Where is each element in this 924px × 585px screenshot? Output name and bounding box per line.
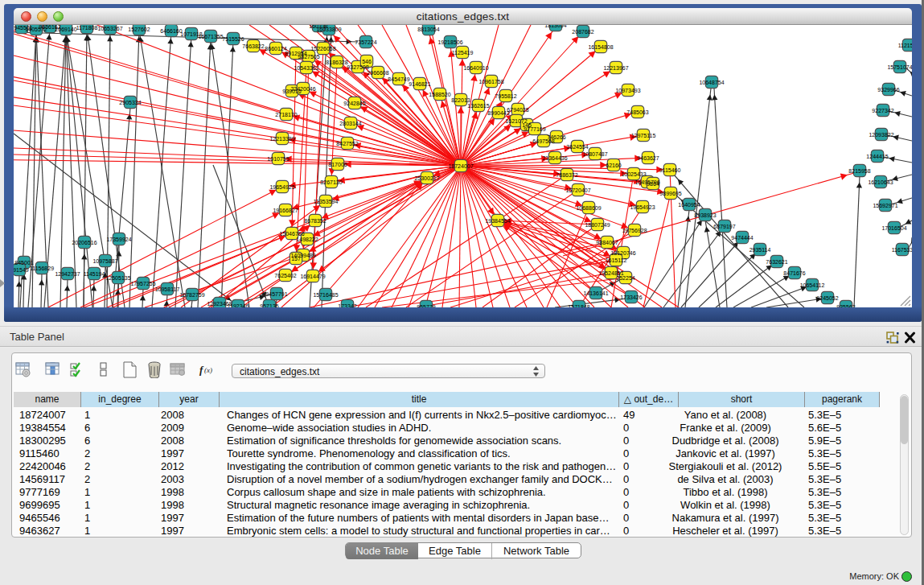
svg-text:1244415: 1244415: [866, 154, 888, 159]
svg-text:62160: 62160: [606, 163, 622, 168]
svg-text:8267130: 8267130: [320, 179, 342, 185]
svg-text:6466160: 6466160: [160, 28, 182, 34]
svg-text:7886372: 7886372: [556, 172, 577, 178]
svg-text:19654925: 19654925: [269, 184, 294, 190]
svg-text:11353594: 11353594: [314, 199, 339, 204]
svg-text:15226058: 15226058: [310, 46, 335, 51]
svg-text:7632621: 7632621: [766, 259, 787, 265]
svg-text:12975115: 12975115: [631, 133, 656, 138]
svg-text:17957255: 17957255: [130, 281, 155, 286]
svg-text:845001: 845001: [14, 260, 33, 266]
svg-text:6497568: 6497568: [532, 138, 554, 144]
svg-text:15751074: 15751074: [887, 64, 912, 70]
svg-text:9146821: 9146821: [409, 81, 430, 87]
svg-text:3624554: 3624554: [566, 144, 588, 150]
svg-text:14136141: 14136141: [583, 290, 608, 296]
svg-text:10807487: 10807487: [582, 151, 607, 157]
svg-text:546: 546: [362, 59, 372, 64]
svg-text:9227342: 9227342: [872, 108, 893, 113]
svg-text:1640954: 1640954: [678, 202, 700, 208]
svg-text:8215958: 8215958: [848, 168, 870, 174]
svg-text:8660124: 8660124: [265, 46, 286, 51]
svg-text:22420046: 22420046: [290, 86, 315, 92]
svg-text:17016504: 17016504: [881, 225, 906, 231]
svg-text:19756928: 19756928: [622, 228, 647, 233]
svg-text:9463627: 9463627: [637, 155, 659, 161]
svg-text:1145194: 1145194: [84, 271, 105, 277]
svg-text:9329966: 9329966: [877, 87, 899, 93]
svg-text:9115460: 9115460: [659, 167, 681, 173]
svg-text:10543362: 10543362: [294, 65, 318, 71]
svg-text:8454749: 8454749: [388, 76, 409, 82]
svg-text:12213967: 12213967: [603, 65, 628, 71]
svg-text:18807249: 18807249: [585, 222, 610, 228]
svg-text:11156829: 11156829: [30, 266, 54, 271]
svg-text:6879197: 6879197: [713, 224, 735, 229]
svg-text:10654112: 10654112: [800, 282, 825, 288]
svg-text:957135: 957135: [260, 303, 278, 308]
svg-text:9242845: 9242845: [343, 101, 365, 106]
svg-text:16640910: 16640910: [463, 65, 488, 71]
svg-text:9777169: 9777169: [524, 126, 545, 132]
svg-text:173342: 173342: [338, 303, 356, 308]
svg-text:15046766: 15046766: [279, 231, 304, 237]
svg-text:1125419: 1125419: [452, 50, 474, 56]
svg-text:1733426: 1733426: [620, 295, 642, 300]
svg-text:9245052: 9245052: [816, 295, 838, 301]
svg-text:7955812: 7955812: [495, 93, 516, 99]
svg-text:16671355: 16671355: [198, 34, 223, 39]
svg-text:10961758: 10961758: [478, 79, 503, 84]
svg-text:2803144: 2803144: [339, 121, 361, 126]
svg-text:10653267: 10653267: [97, 26, 122, 31]
svg-text:935562: 935562: [836, 304, 855, 308]
svg-text:7485063: 7485063: [626, 109, 648, 115]
svg-text:2087682: 2087682: [572, 29, 593, 35]
svg-text:10688609: 10688609: [576, 205, 601, 211]
svg-text:9327505: 9327505: [298, 54, 319, 60]
svg-text:822013: 822013: [451, 97, 470, 103]
svg-text:19384554: 19384554: [485, 218, 510, 224]
svg-text:19218506: 19218506: [437, 39, 462, 45]
svg-text:9457791: 9457791: [265, 291, 287, 297]
svg-text:8471676: 8471676: [783, 270, 805, 276]
svg-text:1571848: 1571848: [568, 304, 589, 308]
svg-text:21364436: 21364436: [542, 155, 567, 161]
svg-text:10958117: 10958117: [155, 286, 180, 292]
svg-text:955779: 955779: [417, 304, 435, 308]
svg-text:1588520: 1588520: [429, 92, 450, 97]
svg-text:18724007: 18724007: [448, 163, 473, 169]
svg-text:12213389: 12213389: [269, 136, 294, 142]
svg-text:1121535: 1121535: [898, 43, 912, 48]
svg-text:9327508: 9327508: [347, 64, 368, 70]
svg-text:252254: 252254: [616, 275, 634, 281]
svg-text:17359924: 17359924: [106, 237, 131, 242]
svg-text:7663822: 7663822: [242, 43, 264, 49]
svg-text:16782759: 16782759: [179, 292, 204, 298]
svg-text:10648754: 10648754: [699, 80, 724, 85]
svg-text:8186328: 8186328: [326, 60, 347, 65]
svg-text:20206516: 20206516: [72, 240, 97, 245]
svg-text:1527602: 1527602: [128, 27, 150, 32]
svg-text:16914479: 16914479: [300, 274, 325, 279]
svg-text:7625402: 7625402: [274, 273, 296, 278]
svg-text:7515526: 7515526: [222, 36, 244, 42]
svg-text:10025433: 10025433: [621, 171, 646, 177]
svg-text:19166827: 19166827: [273, 208, 298, 213]
svg-text:15716485: 15716485: [313, 292, 338, 298]
svg-text:157: 157: [291, 256, 301, 262]
svg-text:160338: 160338: [309, 25, 327, 29]
svg-text:10975887: 10975887: [92, 258, 117, 264]
svg-text:1171808: 1171808: [76, 25, 98, 31]
svg-text:9864: 9864: [647, 181, 659, 187]
svg-text:10973493: 10973493: [615, 88, 640, 93]
svg-text:15692971: 15692971: [873, 203, 897, 208]
svg-text:1192346: 1192346: [228, 303, 249, 308]
svg-text:16210643: 16210643: [868, 179, 893, 185]
svg-text:8938923: 8938923: [694, 212, 716, 218]
svg-text:391549: 391549: [14, 267, 29, 273]
svg-text:9899695: 9899695: [659, 191, 681, 196]
svg-text:12942737: 12942737: [55, 271, 80, 277]
svg-text:1167533: 1167533: [892, 247, 912, 253]
svg-text:(x): (x): [204, 366, 212, 374]
svg-text:1615112: 1615112: [606, 257, 627, 263]
